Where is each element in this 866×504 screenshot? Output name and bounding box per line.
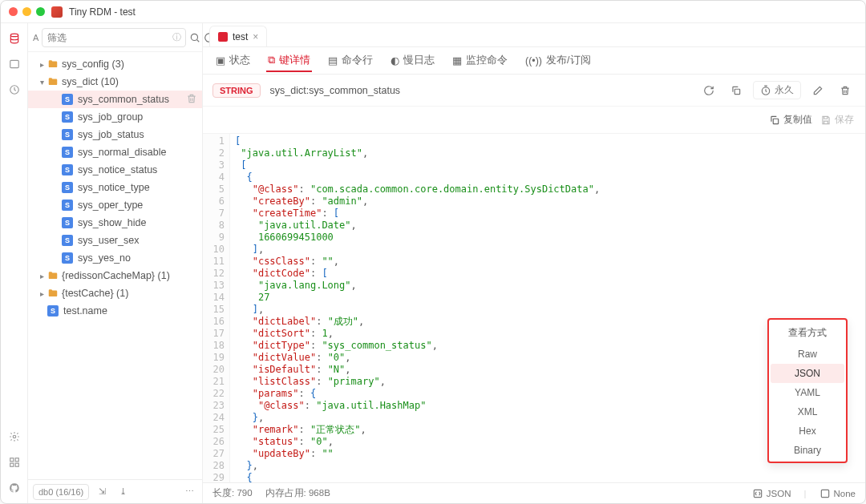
code-editor[interactable]: 1234567891011121314151617181920212223242…: [203, 134, 865, 482]
memory-label: 内存占用: 968B: [265, 487, 330, 499]
maximize-icon[interactable]: [36, 7, 45, 16]
info-icon[interactable]: ⓘ: [172, 31, 181, 43]
tree-key[interactable]: Ssys_oper_type: [28, 196, 202, 214]
cli-icon: ▤: [328, 54, 338, 67]
node-label: sys_common_status: [78, 94, 186, 105]
tree-key[interactable]: Ssys_show_hide: [28, 214, 202, 232]
node-label: test.name: [63, 305, 197, 317]
tree-key[interactable]: Ssys_notice_type: [28, 179, 202, 196]
gear-icon[interactable]: [7, 429, 22, 444]
titlebar: Tiny RDM - test: [1, 1, 865, 23]
subtab-slow[interactable]: ◐慢日志: [389, 50, 436, 71]
grid-icon[interactable]: [7, 455, 22, 470]
subtab-key[interactable]: ⧉键详情: [266, 50, 312, 72]
format-option-xml[interactable]: XML: [771, 402, 844, 421]
tree-folder[interactable]: ▸{testCache} (1): [28, 284, 202, 302]
format-option-raw[interactable]: Raw: [771, 345, 844, 364]
decode-selector[interactable]: None: [819, 488, 856, 499]
chevron-icon: ▸: [36, 289, 47, 298]
node-label: sys_oper_type: [78, 200, 197, 211]
svg-rect-11: [773, 119, 778, 123]
tree-folder[interactable]: ▸{redissonCacheMap} (1): [28, 267, 202, 284]
key-tree: ▸sys_config (3)▾sys_dict (10)Ssys_common…: [28, 52, 202, 479]
window-controls: [9, 7, 45, 16]
database-icon[interactable]: [7, 31, 22, 46]
history-icon[interactable]: [7, 83, 22, 97]
tab-label: test: [233, 31, 248, 42]
save-button[interactable]: 保存: [820, 113, 854, 127]
search-icon[interactable]: [189, 28, 200, 47]
format-option-hex[interactable]: Hex: [771, 421, 844, 441]
string-type-icon: S: [62, 111, 73, 123]
close-icon[interactable]: [9, 7, 18, 16]
tree-key[interactable]: Stest.name: [28, 302, 202, 320]
sub-tabs: ▣状态⧉键详情▤命令行◐慢日志▦监控命令((•))发布/订阅: [203, 47, 865, 75]
tree-key[interactable]: Ssys_job_status: [28, 126, 202, 143]
edit-icon[interactable]: [807, 80, 828, 101]
string-type-icon: S: [62, 200, 73, 211]
close-icon[interactable]: ×: [253, 31, 258, 42]
svg-rect-9: [734, 89, 739, 94]
file-tabs: test ×: [203, 23, 865, 47]
string-type-icon: S: [62, 252, 73, 264]
type-tag: STRING: [212, 83, 261, 98]
string-type-icon: S: [62, 182, 73, 193]
svg-rect-7: [15, 463, 18, 466]
filter-label: A: [33, 33, 38, 42]
subtab-monitor[interactable]: ▦监控命令: [451, 50, 509, 71]
node-label: sys_job_status: [78, 129, 197, 140]
svg-point-0: [10, 34, 18, 37]
subtab-pubsub[interactable]: ((•))发布/订阅: [524, 50, 593, 71]
ttl-button[interactable]: 永久: [753, 81, 801, 99]
format-selector[interactable]: JSON: [752, 488, 791, 499]
svg-point-3: [13, 435, 16, 438]
tree-key[interactable]: Ssys_user_sex: [28, 232, 202, 249]
tree-key[interactable]: Ssys_common_status: [28, 91, 202, 108]
monitor-icon: ▦: [452, 54, 462, 67]
copy-value-button[interactable]: 复制值: [769, 113, 812, 127]
server-icon[interactable]: [7, 57, 22, 71]
db-selector[interactable]: db0 (16/16): [33, 484, 89, 500]
format-option-binary[interactable]: Binary: [771, 441, 844, 460]
key-name: sys_dict:sys_common_status: [267, 85, 692, 96]
tab-test[interactable]: test ×: [209, 26, 267, 46]
format-option-json[interactable]: JSON: [771, 364, 844, 383]
tree-folder[interactable]: ▸sys_config (3): [28, 55, 202, 73]
svg-rect-4: [10, 458, 13, 462]
copy-icon[interactable]: [726, 80, 747, 101]
key-icon: ⧉: [268, 54, 275, 67]
chevron-icon: ▾: [36, 78, 47, 87]
format-option-yaml[interactable]: YAML: [771, 383, 844, 402]
svg-rect-5: [15, 458, 18, 462]
subtab-cli[interactable]: ▤命令行: [326, 50, 374, 71]
status-icon: ▣: [216, 54, 225, 67]
node-label: sys_yes_no: [78, 252, 197, 264]
node-label: sys_config (3): [62, 58, 197, 70]
more-icon[interactable]: ⋯: [181, 486, 197, 497]
string-type-icon: S: [62, 235, 73, 246]
node-label: sys_notice_status: [78, 164, 197, 175]
svg-point-8: [192, 34, 198, 40]
tree-key[interactable]: Ssys_notice_status: [28, 161, 202, 179]
minimize-icon[interactable]: [22, 7, 31, 16]
node-label: sys_dict (10): [62, 76, 197, 87]
string-type-icon: S: [47, 305, 59, 317]
import-icon[interactable]: ⤓: [115, 486, 131, 497]
github-icon[interactable]: [7, 481, 22, 495]
tree-key[interactable]: Ssys_normal_disable: [28, 143, 202, 161]
filter-input[interactable]: [42, 28, 186, 47]
loadall-icon[interactable]: ⇲: [94, 486, 110, 497]
node-label: sys_normal_disable: [78, 147, 197, 158]
tree-folder[interactable]: ▾sys_dict (10): [28, 73, 202, 91]
node-label: sys_show_hide: [78, 217, 197, 228]
tree-key[interactable]: Ssys_job_group: [28, 108, 202, 126]
trash-icon[interactable]: [186, 93, 197, 107]
tree-key[interactable]: Ssys_yes_no: [28, 249, 202, 267]
main-pane: test × ▣状态⧉键详情▤命令行◐慢日志▦监控命令((•))发布/订阅 ST…: [203, 23, 865, 503]
string-type-icon: S: [62, 217, 73, 228]
popup-title: 查看方式: [771, 321, 844, 345]
trash-icon[interactable]: [835, 80, 856, 101]
subtab-status[interactable]: ▣状态: [214, 50, 252, 71]
refresh-icon[interactable]: [698, 80, 719, 101]
node-label: sys_notice_type: [78, 182, 197, 193]
